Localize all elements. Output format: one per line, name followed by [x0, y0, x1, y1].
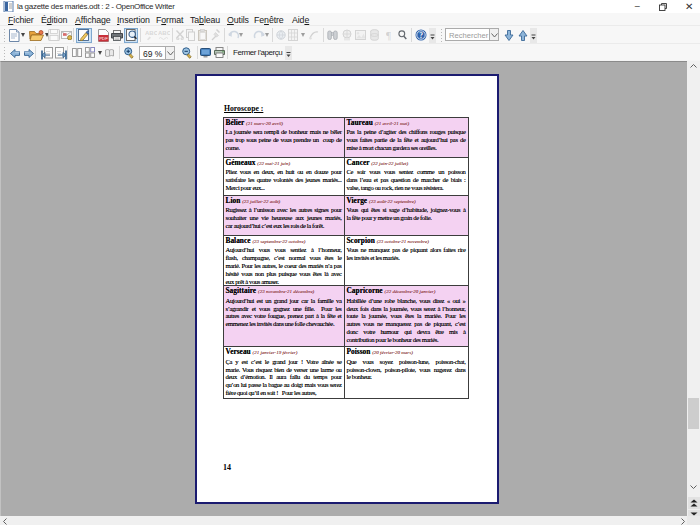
- svg-text:ABC: ABC: [145, 30, 157, 36]
- svg-text:?: ?: [419, 31, 423, 40]
- svg-text:¶: ¶: [386, 29, 391, 41]
- svg-text:PDF: PDF: [99, 36, 108, 41]
- svg-text:ABC: ABC: [158, 30, 170, 36]
